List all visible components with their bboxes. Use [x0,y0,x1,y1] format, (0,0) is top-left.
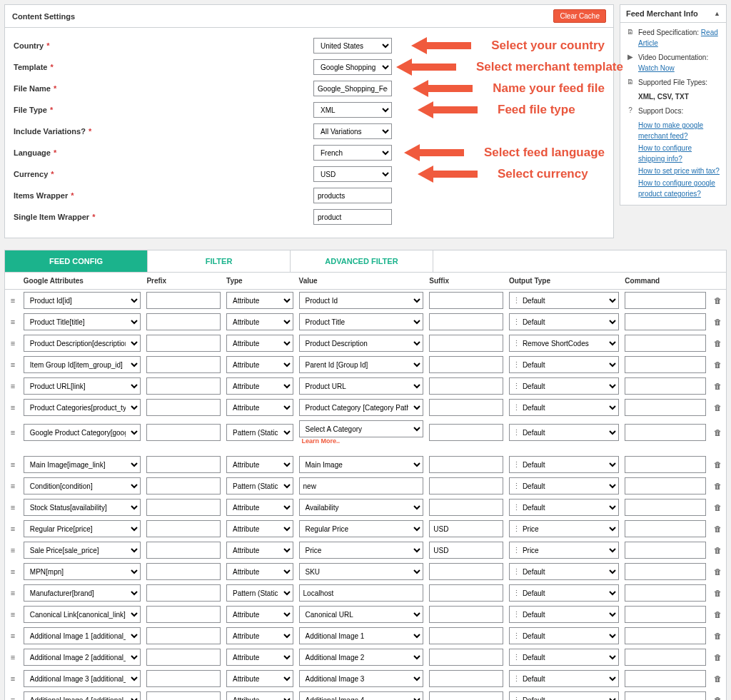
command-input[interactable] [625,627,706,644]
type-select[interactable]: Attribute [226,542,293,559]
google-attribute-select[interactable]: Additional Image 3 [additional_image_li [24,670,141,687]
value-select[interactable]: Product Category [Category Path] [299,399,424,416]
command-input[interactable] [625,563,706,580]
suffix-input[interactable] [429,499,503,516]
value-select[interactable]: Product Id [299,292,424,309]
delete-row-icon[interactable]: 🗑 [714,567,722,576]
value-select[interactable]: Parent Id [Group Id] [299,356,424,373]
drag-handle-icon[interactable]: ≡ [11,567,15,576]
command-input[interactable] [625,691,706,700]
value-select[interactable]: Product Description [299,335,424,352]
type-select[interactable]: Attribute [226,627,293,644]
google-attribute-select[interactable]: MPN[mpn] [24,563,141,580]
delete-row-icon[interactable]: 🗑 [714,610,722,619]
google-attribute-select[interactable]: Product Title[title] [24,313,141,330]
type-select[interactable]: Attribute [226,499,293,516]
google-attribute-select[interactable]: Sale Price[sale_price] [24,542,141,559]
delete-row-icon[interactable]: 🗑 [714,546,722,554]
clear-cache-button[interactable]: Clear Cache [553,9,606,23]
variations-select[interactable]: All Variations [313,123,392,139]
prefix-input[interactable] [146,456,221,473]
output-type-select[interactable]: Default [509,456,619,473]
suffix-input[interactable] [429,542,503,559]
suffix-input[interactable] [429,691,503,700]
output-type-select[interactable]: Default [509,499,619,516]
delete-row-icon[interactable]: 🗑 [714,360,722,369]
value-select[interactable]: Product Title [299,313,424,330]
suffix-input[interactable] [429,520,503,537]
prefix-input[interactable] [146,292,221,309]
google-attribute-select[interactable]: Product Id[id] [24,292,141,309]
suffix-input[interactable] [429,377,503,395]
drag-handle-icon[interactable]: ≡ [11,653,15,661]
prefix-input[interactable] [146,584,221,602]
command-input[interactable] [625,377,706,395]
output-type-select[interactable]: Default [509,691,619,700]
output-type-select[interactable]: Default [509,292,619,309]
suffix-input[interactable] [429,399,503,416]
country-select[interactable]: United States [313,38,392,54]
delete-row-icon[interactable]: 🗑 [714,296,722,305]
value-select[interactable]: Price [299,542,424,559]
command-input[interactable] [625,424,706,441]
type-select[interactable]: Attribute [226,335,293,352]
value-input[interactable] [299,584,424,602]
suffix-input[interactable] [429,424,503,441]
prefix-input[interactable] [146,356,221,373]
prefix-input[interactable] [146,499,221,516]
value-select[interactable]: Availability [299,499,424,516]
prefix-input[interactable] [146,399,221,416]
type-select[interactable]: Attribute [226,563,293,580]
output-type-select[interactable]: Default [509,627,619,644]
suffix-input[interactable] [429,670,503,687]
value-select[interactable]: Select A Category [299,420,424,437]
drag-handle-icon[interactable]: ≡ [11,339,15,348]
command-input[interactable] [625,670,706,687]
delete-row-icon[interactable]: 🗑 [714,524,722,533]
prefix-input[interactable] [146,424,221,441]
type-select[interactable]: Pattern (Static Value) [226,424,293,441]
google-attribute-select[interactable]: Product Description[description] [24,335,141,352]
drag-handle-icon[interactable]: ≡ [11,482,15,490]
command-input[interactable] [625,313,706,330]
delete-row-icon[interactable]: 🗑 [714,428,722,437]
delete-row-icon[interactable]: 🗑 [714,403,722,412]
value-select[interactable]: Additional Image 4 [299,691,424,700]
type-select[interactable]: Attribute [226,649,293,666]
output-type-select[interactable]: Default [509,356,619,373]
drag-handle-icon[interactable]: ≡ [11,696,15,700]
google-attribute-select[interactable]: Additional Image 4 [additional_image_li [24,691,141,700]
prefix-input[interactable] [146,313,221,330]
command-input[interactable] [625,399,706,416]
output-type-select[interactable]: Default [509,649,619,666]
output-type-select[interactable]: Price [509,542,619,559]
video-link[interactable]: Watch Now [638,64,675,72]
type-select[interactable]: Pattern (Static Value) [226,584,293,602]
delete-row-icon[interactable]: 🗑 [714,339,722,348]
command-input[interactable] [625,520,706,537]
drag-handle-icon[interactable]: ≡ [11,360,15,369]
type-select[interactable]: Attribute [226,520,293,537]
suffix-input[interactable] [429,627,503,644]
value-select[interactable]: Canonical URL [299,606,424,623]
itemswrap-input[interactable] [313,188,392,203]
suffix-input[interactable] [429,335,503,352]
google-attribute-select[interactable]: Manufacturer[brand] [24,584,141,602]
suffix-input[interactable] [429,606,503,623]
type-select[interactable]: Attribute [226,670,293,687]
prefix-input[interactable] [146,670,221,687]
drag-handle-icon[interactable]: ≡ [11,403,15,412]
delete-row-icon[interactable]: 🗑 [714,318,722,326]
suffix-input[interactable] [429,584,503,602]
tab-feed-config[interactable]: FEED CONFIG [5,250,148,272]
delete-row-icon[interactable]: 🗑 [714,674,722,683]
output-type-select[interactable]: Default [509,563,619,580]
value-select[interactable]: Additional Image 1 [299,627,424,644]
drag-handle-icon[interactable]: ≡ [11,589,15,597]
value-input[interactable] [299,477,424,494]
output-type-select[interactable]: Remove ShortCodes [509,335,619,352]
type-select[interactable]: Attribute [226,356,293,373]
google-attribute-select[interactable]: Canonical Link[canonical_link] [24,606,141,623]
value-select[interactable]: Product URL [299,377,424,395]
prefix-input[interactable] [146,335,221,352]
